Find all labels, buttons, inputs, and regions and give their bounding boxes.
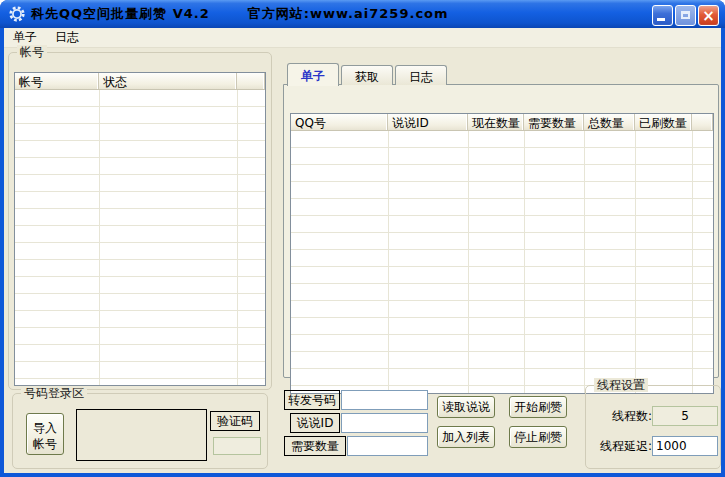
thread-count-label: 线程数: [594,406,652,426]
import-accounts-button[interactable]: 导入 帐号 [26,413,64,455]
accounts-group-label: 帐号 [17,45,47,59]
shuoshuo-id-input[interactable] [341,413,428,433]
client-area: 单子 日志 帐号 帐号 状态 号码登录区 导入 帐号 验证码 [4,28,721,473]
add-to-list-button[interactable]: 加入列表 [437,426,495,448]
thread-count-input[interactable] [652,406,718,426]
needed-quantity-label: 需要数量 [284,436,346,456]
thread-settings-group: 线程设置 线程数: 线程延迟: [585,385,721,469]
orders-list[interactable]: QQ号 说说ID 现在数量 需要数量 总数量 已刷数量 [290,113,714,394]
orders-tab-control: 单子 获取 日志 QQ号 说说ID 现在数量 需要数量 总数量 已刷数量 [283,62,719,378]
needed-quantity-input[interactable] [347,436,428,456]
accounts-list-header: 帐号 状态 [15,73,265,90]
window-subtitle: 官方网站:www.ai7259.com [248,5,449,23]
orders-col-total[interactable]: 总数量 [584,114,635,130]
close-icon: × [699,7,718,25]
maximize-icon [681,11,690,19]
captcha-label: 验证码 [210,411,260,431]
accounts-col-account[interactable]: 帐号 [15,73,99,89]
tab-orders[interactable]: 单子 [287,63,339,86]
login-group-label: 号码登录区 [21,386,87,400]
close-button[interactable]: × [698,5,719,26]
forward-number-input[interactable] [341,390,428,410]
orders-list-header: QQ号 说说ID 现在数量 需要数量 总数量 已刷数量 [291,114,713,131]
accounts-col-status[interactable]: 状态 [99,73,237,89]
tab-log[interactable]: 日志 [395,65,447,85]
captcha-image-box [76,409,207,461]
orders-col-filler [692,114,713,130]
thread-settings-label: 线程设置 [594,378,648,392]
thread-delay-input[interactable] [652,436,718,456]
accounts-list[interactable]: 帐号 状态 [14,72,266,386]
accounts-group: 帐号 帐号 状态 [8,52,272,390]
orders-col-shuoshuo-id[interactable]: 说说ID [388,114,468,130]
titlebar[interactable]: 科先QQ空间批量刷赞 V4.2 官方网站:www.ai7259.com × [0,0,725,28]
orders-col-needed[interactable]: 需要数量 [524,114,584,130]
captcha-input[interactable] [213,437,261,455]
orders-list-body[interactable] [291,131,713,393]
orders-col-qq[interactable]: QQ号 [291,114,388,130]
orders-col-current[interactable]: 现在数量 [468,114,524,130]
read-shuoshuo-button[interactable]: 读取说说 [437,396,495,418]
forward-number-label: 转发号码 [284,390,340,410]
thread-delay-label: 线程延迟: [590,436,652,456]
accounts-col-filler [237,73,265,89]
start-brush-button[interactable]: 开始刷赞 [509,396,567,418]
tab-fetch[interactable]: 获取 [341,65,393,85]
shuoshuo-id-label: 说说ID [290,413,340,433]
app-window: 科先QQ空间批量刷赞 V4.2 官方网站:www.ai7259.com × 单子… [0,0,725,477]
stop-brush-button[interactable]: 停止刷赞 [509,426,567,448]
orders-col-brushed[interactable]: 已刷数量 [635,114,692,130]
menubar: 单子 日志 [4,28,721,48]
app-gear-icon [8,5,26,23]
maximize-button[interactable] [675,5,696,26]
orders-tab-page: QQ号 说说ID 现在数量 需要数量 总数量 已刷数量 [283,84,719,378]
tab-strip: 单子 获取 日志 [287,62,449,85]
minimize-icon [657,18,665,21]
window-title: 科先QQ空间批量刷赞 V4.2 [31,5,210,23]
menu-item-log[interactable]: 日志 [46,27,88,48]
accounts-list-body[interactable] [15,90,265,385]
minimize-button[interactable] [652,5,673,26]
